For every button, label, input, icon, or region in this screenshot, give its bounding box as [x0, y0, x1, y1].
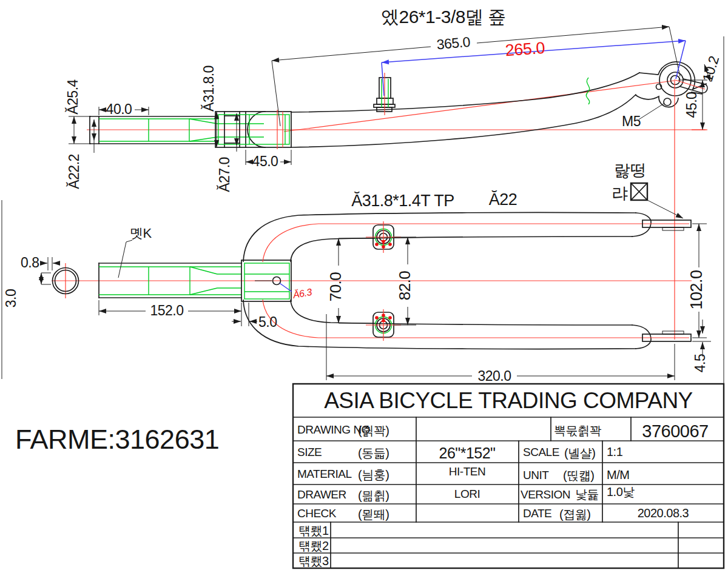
fork-blade-side — [291, 73, 639, 147]
material-label: MATERIAL — [297, 468, 352, 480]
slot-axis — [675, 80, 705, 89]
dim-152: 152.0 — [99, 300, 241, 326]
dim-45-crown-text: 45.0 — [252, 153, 278, 169]
dim-4-5-text: 4.5 — [692, 354, 708, 372]
dim-10-2: 10.2 — [699, 54, 722, 83]
size-value: 26"*152" — [439, 444, 496, 461]
dim-5-text: 5.0 — [258, 314, 277, 330]
size-kr: (동듧) — [358, 446, 389, 460]
steerer-note-text: 몟K — [130, 226, 152, 241]
dim-102-text: 102.0 — [687, 270, 706, 309]
dim-70-text: 70.0 — [326, 272, 345, 302]
date-label: DATE — [523, 507, 551, 520]
drawer-kr: (믦췱) — [358, 489, 389, 502]
blade-axis-line — [284, 81, 674, 132]
cad-drawing-page: 365.0 265.0 엤26*1-3/8뎵 죺 40.0 Ă25.4 — [0, 0, 728, 570]
dim-dia22-2-text: Ă22.2 — [66, 154, 82, 189]
version-label: VERSION — [521, 488, 570, 501]
company-name: ASIA BICYCLE TRADING COMPANY — [324, 388, 693, 413]
m5-hole — [664, 98, 671, 106]
unit-kr: (띥컓) — [563, 469, 594, 482]
scale-label: SCALE — [523, 446, 559, 458]
dim-102: 102.0 — [687, 224, 707, 338]
dim-0-8-text: 0.8 — [21, 255, 39, 270]
scale-kr: (녤샬) — [564, 446, 595, 460]
drawer-label: DRAWER — [297, 488, 346, 501]
date-value: 2020.08.3 — [638, 506, 689, 520]
farme-number: FARME:3162631 — [15, 424, 219, 455]
dim-dia31-8-text: Ă31.8.0 — [201, 65, 217, 112]
rev-row-2: 턖뢨2 — [298, 539, 329, 552]
drawer-value: LORI — [454, 488, 480, 500]
dim-0-8: 0.8 — [21, 255, 59, 270]
version-value: 1.0낯 — [607, 485, 635, 498]
check-label: CHECK — [297, 507, 337, 520]
front-view: 0.8 3.0 몟K — [3, 79, 711, 384]
crossed-box-icon — [631, 183, 647, 200]
rev-row-1: 턖뢨1 — [298, 524, 329, 537]
fork-drawing-svg: 365.0 265.0 엤26*1-3/8뎵 죺 40.0 Ă25.4 — [0, 0, 728, 570]
dim-320-text: 320.0 — [477, 368, 511, 384]
material-kr: (늼훙) — [358, 468, 389, 481]
dim-152-text: 152.0 — [150, 303, 183, 318]
dim-365-text: 365.0 — [436, 34, 471, 53]
scale-value: 1:1 — [607, 445, 623, 458]
dim-10-2-text: 10.2 — [699, 54, 722, 83]
dim-dia27: Ă27.0 — [217, 113, 237, 192]
crown-hole-label: Ă6.3 — [291, 286, 312, 300]
dim-45-crown: 45.0 — [246, 150, 291, 169]
unit-label: UNIT — [523, 469, 549, 481]
dim-82: 82.0 — [394, 237, 416, 325]
date-kr: (졉윓) — [559, 508, 590, 521]
dim-45-rake-text: 45.0 — [684, 92, 699, 118]
drawing-no-kr: (췱꽉) — [358, 424, 389, 437]
dim-5: 5.0 — [232, 303, 277, 330]
lower-blade-front — [243, 300, 691, 349]
title-block: ASIA BICYCLE TRADING COMPANY DRAWING NO … — [293, 384, 724, 568]
dim-3-0-text: 3.0 — [3, 289, 19, 307]
dim-dia25-4-text: Ă25.4 — [65, 79, 81, 114]
dim-82-text: 82.0 — [396, 271, 414, 301]
upper-blade-front — [243, 212, 691, 262]
check-kr: (묃뙈) — [358, 508, 389, 521]
m5-label: M5 — [622, 113, 641, 129]
dropout-note-line2: 랴 — [612, 184, 628, 203]
unit-value: M/M — [607, 468, 629, 481]
wheel-spec-label: 엤26*1-3/8뎵 죺 — [381, 7, 506, 27]
dim-3-0: 3.0 — [3, 273, 51, 307]
dropout-note-line1: 랋떵 — [614, 161, 646, 179]
m5-callout: M5 — [622, 104, 664, 129]
blade-spec-label: Ă31.8*1.4T TP — [351, 192, 454, 210]
steerer-note: 몟K — [118, 226, 152, 278]
drawing-no-mid: 뽁묷췱꽉 — [554, 424, 602, 437]
material-value: HI-TEN — [449, 465, 485, 478]
dim-dia31-8: Ă31.8.0 — [201, 65, 217, 147]
dim-265-text: 265.0 — [505, 39, 545, 59]
dim-dia25-4: Ă25.4 — [65, 79, 91, 144]
drawing-no-value: 3760067 — [642, 421, 708, 441]
dim-4-5: 4.5 — [692, 320, 711, 372]
dropout-note: 랋떵 랴 — [612, 161, 683, 218]
dim-dia27-text: Ă27.0 — [217, 157, 232, 192]
version-kr: 낯듍 — [575, 488, 599, 501]
dim-40-text: 40.0 — [106, 101, 132, 117]
size-label: SIZE — [297, 446, 322, 458]
dim-40: 40.0 — [99, 101, 149, 117]
rev-row-3: 턖뢨3 — [298, 554, 329, 568]
blade-dia-label: Ă22 — [489, 190, 517, 209]
